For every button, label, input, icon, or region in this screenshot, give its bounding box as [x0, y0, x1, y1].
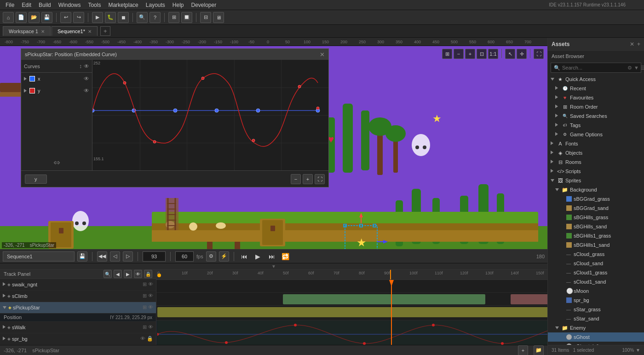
seq-btn-back[interactable]: ◁: [110, 251, 120, 262]
track-spickupstar-vis[interactable]: 👁: [148, 304, 153, 310]
asset-quick-access[interactable]: ★ Quick Access: [548, 75, 644, 84]
curve-item-y[interactable]: y 👁: [21, 85, 92, 97]
asset-sbghills-sand[interactable]: ▸ sBGHills_sand: [548, 222, 644, 231]
viewport-tool-cursor[interactable]: ✛: [517, 49, 527, 59]
viewport-zoom-in[interactable]: +: [465, 49, 475, 59]
asset-scloud-grass[interactable]: ▸ — sCloud_grass: [548, 250, 644, 259]
track-position[interactable]: Position IY 221.29, 225.29 px: [0, 314, 156, 322]
toolbar-play[interactable]: ▶: [92, 12, 103, 23]
menu-layouts[interactable]: Layouts: [142, 1, 169, 9]
track-sclimb[interactable]: ◈ sClimb ⊞ 👁: [0, 291, 156, 302]
track-swaik-vis[interactable]: 👁: [148, 281, 153, 287]
loop-start-marker[interactable]: [157, 274, 161, 277]
track-swalk-add[interactable]: ⊞: [143, 324, 147, 330]
asset-objects[interactable]: ◈ Objects: [548, 148, 644, 157]
sequence-frame-input[interactable]: [143, 251, 166, 262]
search-filter-icon[interactable]: ▼: [634, 65, 639, 70]
track-sclimb-expand[interactable]: [3, 293, 6, 298]
transport-end[interactable]: ⏭: [266, 251, 277, 262]
toolbar-stop[interactable]: ⏹: [118, 12, 129, 23]
transport-play[interactable]: ▶: [253, 251, 264, 262]
asset-sprites[interactable]: 🖼 Sprites: [548, 176, 644, 185]
asset-sbghills1-grass[interactable]: ▸ sBGHills1_grass: [548, 231, 644, 240]
toolbar-monitor[interactable]: 🖥: [213, 12, 224, 23]
track-nav-right[interactable]: ▶: [124, 270, 132, 278]
curve-y-expand[interactable]: [24, 89, 27, 93]
track-swaik-expand[interactable]: [3, 282, 6, 287]
track-swalk[interactable]: ◈ sWalk ⊞ 👁: [0, 322, 156, 333]
menu-file[interactable]: File: [2, 1, 18, 9]
asset-recent[interactable]: 🕐 Recent: [548, 84, 644, 93]
asset-spr-bg[interactable]: ▸ spr_bg: [548, 296, 644, 305]
clip-sclimb-2[interactable]: [511, 294, 547, 304]
track-visibility-btn[interactable]: 👁: [134, 270, 142, 278]
toolbar-redo[interactable]: ↪: [73, 12, 84, 23]
assets-close[interactable]: ✕: [630, 41, 634, 47]
track-sprbg[interactable]: ◈ spr_bg 👁 🔒: [0, 333, 156, 345]
asset-background-folder[interactable]: 📁 Background: [548, 185, 644, 194]
curves-icon-normalize[interactable]: ↕: [79, 63, 82, 70]
track-spickupstar-expand[interactable]: [3, 305, 6, 310]
track-swalk-vis[interactable]: 👁: [148, 324, 153, 330]
seq-btn-fps-menu[interactable]: ⚙: [206, 251, 216, 262]
asset-scloud1-grass[interactable]: ▸ — sCloud1_grass: [548, 268, 644, 277]
track-sprbg-vis[interactable]: 👁: [140, 336, 145, 342]
curve-x-expand[interactable]: [24, 77, 27, 81]
curves-graph[interactable]: 252 155.1: [92, 60, 328, 170]
asset-sghost-left[interactable]: ▸ sGhost_left: [548, 342, 644, 345]
asset-scloud-sand[interactable]: ▸ — sCloud_sand: [548, 259, 644, 268]
viewport-fullscreen[interactable]: ⛶: [534, 49, 544, 59]
curves-zoom-in[interactable]: +: [303, 174, 313, 184]
toolbar-search[interactable]: 🔍: [137, 12, 148, 23]
viewport-zoom-out[interactable]: −: [454, 49, 464, 59]
status-add-track[interactable]: +: [518, 345, 528, 355]
track-spickupstar[interactable]: ◈ sPickupStar ⊞ 👁: [0, 302, 156, 314]
panel-collapse-bar[interactable]: ▼: [0, 263, 547, 270]
asset-favourites[interactable]: ♥ Favourites: [548, 93, 644, 102]
track-sclimb-add[interactable]: ⊞: [143, 293, 147, 299]
track-swaik[interactable]: ◈ swaik_ngnt ⊞ 👁: [0, 279, 156, 291]
tab-sequence1[interactable]: Sequence1* ✕: [52, 26, 98, 36]
asset-zoom-icon[interactable]: ▼: [636, 348, 640, 353]
asset-game-options[interactable]: ⚙ Game Options: [548, 130, 644, 139]
toolbar-save[interactable]: 💾: [41, 12, 52, 23]
menu-marketplace[interactable]: Marketplace: [104, 1, 142, 9]
clip-sclimb[interactable]: [283, 294, 485, 304]
asset-rooms[interactable]: ⊟ Rooms: [548, 157, 644, 167]
viewport-fit[interactable]: ⊡: [477, 49, 487, 59]
track-sprbg-expand[interactable]: [3, 336, 6, 341]
asset-sbggrad-grass[interactable]: ▸ sBGGrad_grass: [548, 194, 644, 204]
asset-fonts[interactable]: A Fonts: [548, 139, 644, 148]
track-sclimb-vis[interactable]: 👁: [148, 293, 153, 299]
viewport-grid-btn[interactable]: ⊞: [442, 49, 452, 59]
search-menu-icon[interactable]: ☰: [641, 65, 644, 71]
track-nav-left[interactable]: ◀: [114, 270, 122, 278]
seq-btn-next[interactable]: ▷: [123, 251, 133, 262]
curves-icon-eye[interactable]: 👁: [84, 63, 89, 70]
curves-zoom-fit[interactable]: ⛶: [315, 174, 325, 184]
seq-btn-prev[interactable]: ◀◀: [97, 251, 107, 262]
toolbar-grid[interactable]: ⊞: [168, 12, 179, 23]
asset-sbggrad-sand[interactable]: ▸ sBGGrad_sand: [548, 204, 644, 213]
track-swalk-expand[interactable]: [3, 325, 6, 330]
asset-scloud1-sand[interactable]: ▸ — sCloud1_sand: [548, 277, 644, 286]
asset-scripts[interactable]: </> Scripts: [548, 167, 644, 176]
tab-sequence1-close[interactable]: ✕: [88, 29, 92, 34]
tab-workspace1[interactable]: Workspace 1 ✕: [3, 26, 51, 36]
toolbar-undo[interactable]: ↩: [60, 12, 71, 23]
asset-sstar-sand[interactable]: ▸ — sStar_sand: [548, 314, 644, 323]
asset-tags[interactable]: 🏷 Tags: [548, 121, 644, 130]
seq-btn-events[interactable]: ⚡: [219, 251, 229, 262]
track-spickupstar-add[interactable]: ⊞: [143, 304, 147, 310]
curves-dialog-titlebar[interactable]: sPickupStar: Position (Embedded Curve) ✕: [21, 49, 328, 60]
clip-spickupstar[interactable]: [157, 307, 547, 317]
track-search-btn[interactable]: 🔍: [104, 270, 112, 278]
track-sprbg-lock[interactable]: 🔒: [147, 336, 153, 342]
menu-build[interactable]: Build: [35, 1, 55, 9]
track-lock-btn[interactable]: 🔒: [144, 270, 152, 278]
timeline-playhead[interactable]: [391, 280, 392, 345]
seq-btn-save[interactable]: 💾: [77, 251, 87, 262]
tab-add-button[interactable]: +: [100, 26, 110, 36]
viewport[interactable]: ★ ★ ★ ★ ★: [0, 46, 547, 249]
status-folder[interactable]: 📁: [534, 345, 544, 355]
